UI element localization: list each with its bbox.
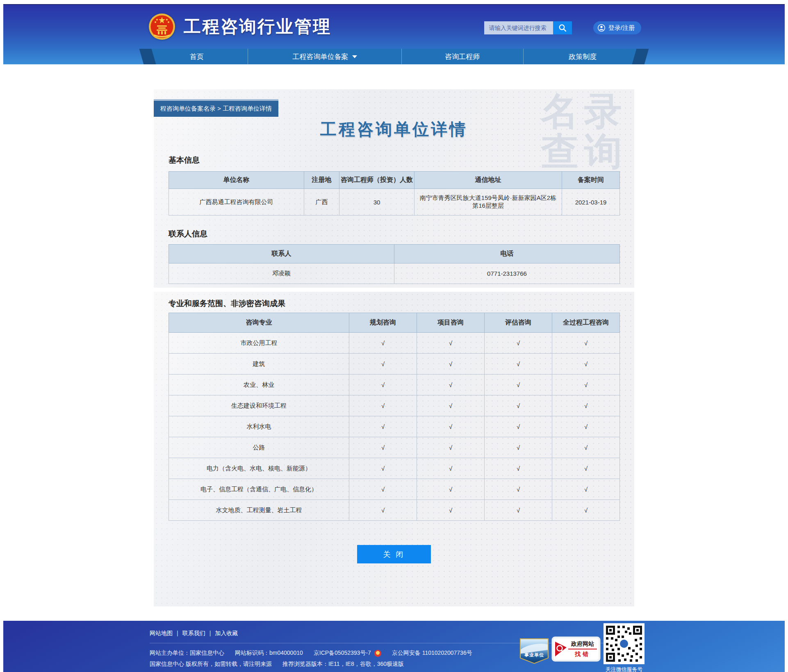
footer-police-record[interactable]: 京公网安备 11010202007736号: [392, 649, 472, 657]
cell-specialty: 生态建设和环境工程: [169, 395, 349, 416]
footer-link-sitemap[interactable]: 网站地图: [150, 630, 173, 637]
nav-item-consulting-engineer[interactable]: 咨询工程师: [401, 49, 523, 64]
footer-link-contact[interactable]: 联系我们: [173, 630, 205, 637]
cell-filing-date: 2021-03-19: [562, 189, 620, 216]
checkmark: √: [349, 500, 417, 521]
cell-registered-place: 广西: [304, 189, 339, 216]
cell-specialty: 农业、林业: [169, 375, 349, 395]
checkmark: √: [417, 416, 485, 437]
search-icon: [558, 24, 567, 32]
cell-contact-person: 邓凌颖: [169, 263, 394, 284]
site-title: 工程咨询行业管理: [184, 15, 331, 38]
services-header-row: 咨询专业 规划咨询 项目咨询 评估咨询 全过程工程咨询: [169, 313, 620, 333]
checkmark: √: [417, 500, 485, 521]
login-button[interactable]: 登录/注册: [593, 21, 641, 34]
col-specialty: 咨询专业: [169, 313, 349, 333]
table-row: 生态建设和环境工程 √ √ √ √: [169, 395, 620, 416]
table-row: 电子、信息工程（含通信、广电、信息化） √ √ √ √: [169, 479, 620, 500]
col-whole-process: 全过程工程咨询: [552, 313, 620, 333]
cell-specialty: 建筑: [169, 354, 349, 375]
basic-info-table: 单位名称 注册地 咨询工程师（投资）人数 通信地址 备案时间 广西易通工程咨询有…: [169, 171, 620, 216]
checkmark: √: [552, 458, 620, 479]
checkmark: √: [417, 395, 485, 416]
nav-item-home[interactable]: 首页: [146, 49, 248, 64]
page: 工程咨询行业管理: [3, 4, 785, 672]
page-title: 工程咨询单位详情: [154, 118, 634, 141]
checkmark: √: [349, 333, 417, 354]
checkmark: √: [552, 500, 620, 521]
cell-specialty: 市政公用工程: [169, 333, 349, 354]
checkmark: √: [417, 479, 485, 500]
col-registered-place: 注册地: [304, 172, 339, 189]
checkmark: √: [552, 333, 620, 354]
user-icon: [597, 24, 606, 32]
footer-icp[interactable]: 京ICP备05052393号-7: [314, 649, 371, 657]
col-address: 通信地址: [414, 172, 562, 189]
checkmark: √: [417, 333, 485, 354]
checkmark: √: [485, 479, 552, 500]
searchbox: [484, 21, 572, 34]
col-engineer-count: 咨询工程师（投资）人数: [339, 172, 414, 189]
cell-specialty: 水利水电: [169, 416, 349, 437]
cell-specialty: 电子、信息工程（含通信、广电、信息化）: [169, 479, 349, 500]
shield-icon: [520, 638, 549, 664]
footer-link-favorite[interactable]: 加入收藏: [205, 630, 238, 637]
brand: 工程咨询行业管理: [148, 13, 331, 40]
checkmark: √: [417, 375, 485, 395]
checkmark: √: [485, 395, 552, 416]
nav-item-unit-filing[interactable]: 工程咨询单位备案: [248, 49, 401, 64]
chevron-down-icon: [352, 55, 357, 58]
error-report-labels: 政府网站 找错: [568, 640, 597, 658]
checkmark: √: [349, 395, 417, 416]
police-badge-icon: [374, 650, 381, 657]
footer-copyright: 国家信息中心 版权所有，如需转载，请注明来源: [150, 661, 272, 668]
table-row: 农业、林业 √ √ √ √: [169, 375, 620, 395]
close-button[interactable]: 关 闭: [357, 545, 431, 563]
checkmark: √: [485, 416, 552, 437]
checkmark: √: [485, 333, 552, 354]
contact-table: 联系人 电话 邓凌颖 0771-2313766: [169, 244, 620, 284]
site-footer: 网站地图 联系我们 加入收藏 网站主办单位：国家信息中心 网站标识码：bm040…: [3, 621, 785, 672]
footer-site-code: 网站标识码：bm04000010: [235, 649, 303, 657]
checkmark: √: [349, 437, 417, 458]
basic-info-row: 广西易通工程咨询有限公司 广西 30 南宁市青秀区民族大道159号凤岭·新新家园…: [169, 189, 620, 216]
col-planning: 规划咨询: [349, 313, 417, 333]
checkmark: √: [485, 437, 552, 458]
search-button[interactable]: [553, 21, 572, 34]
services-panel: 专业和服务范围、非涉密咨询成果 咨询专业 规划咨询 项目咨询 评估咨询 全过程工…: [154, 292, 634, 606]
checkmark: √: [485, 500, 552, 521]
gov-site-error-report-badge[interactable]: 政府网站 找错: [551, 636, 601, 662]
checkmark: √: [552, 437, 620, 458]
section-contact-title: 联系人信息: [169, 229, 207, 239]
login-label: 登录/注册: [608, 24, 635, 32]
cell-phone: 0771-2313766: [394, 263, 620, 284]
checkmark: √: [417, 458, 485, 479]
header-right: 登录/注册: [484, 21, 641, 34]
error-report-magnifier-icon: [554, 641, 568, 657]
contact-header-row: 联系人 电话: [169, 245, 620, 263]
cell-specialty: 水文地质、工程测量、岩土工程: [169, 500, 349, 521]
search-input[interactable]: [484, 21, 553, 34]
national-emblem-logo: [148, 13, 175, 40]
qr-code: [604, 623, 645, 664]
table-row: 市政公用工程 √ √ √ √: [169, 333, 620, 354]
col-unit-name: 单位名称: [169, 172, 304, 189]
table-row: 公路 √ √ √ √: [169, 437, 620, 458]
error-badge-top-label: 政府网站: [568, 640, 597, 649]
table-row: 建筑 √ √ √ √: [169, 354, 620, 375]
footer-organizer: 网站主办单位：国家信息中心: [150, 649, 224, 657]
table-row: 电力（含火电、水电、核电、新能源） √ √ √ √: [169, 458, 620, 479]
shield-art: [521, 639, 548, 663]
footer-info-line: 网站主办单位：国家信息中心 网站标识码：bm04000010 京ICP备0505…: [150, 649, 483, 657]
checkmark: √: [552, 395, 620, 416]
checkmark: √: [417, 354, 485, 375]
breadcrumb[interactable]: 程咨询单位备案名录 > 工程咨询单位详情: [154, 99, 278, 117]
nav-item-policy[interactable]: 政策制度: [523, 49, 642, 64]
main-nav: 首页 工程咨询单位备案 咨询工程师 政策制度: [146, 49, 642, 64]
public-institution-badge[interactable]: 事业单位: [520, 638, 549, 664]
section-services-title: 专业和服务范围、非涉密咨询成果: [169, 298, 285, 309]
footer-browsers: 推荐浏览器版本：IE11，IE8，谷歌，360极速版: [282, 661, 404, 668]
section-basic-info-title: 基本信息: [169, 155, 200, 166]
cell-unit-name: 广西易通工程咨询有限公司: [169, 189, 304, 216]
col-filing-date: 备案时间: [562, 172, 620, 189]
